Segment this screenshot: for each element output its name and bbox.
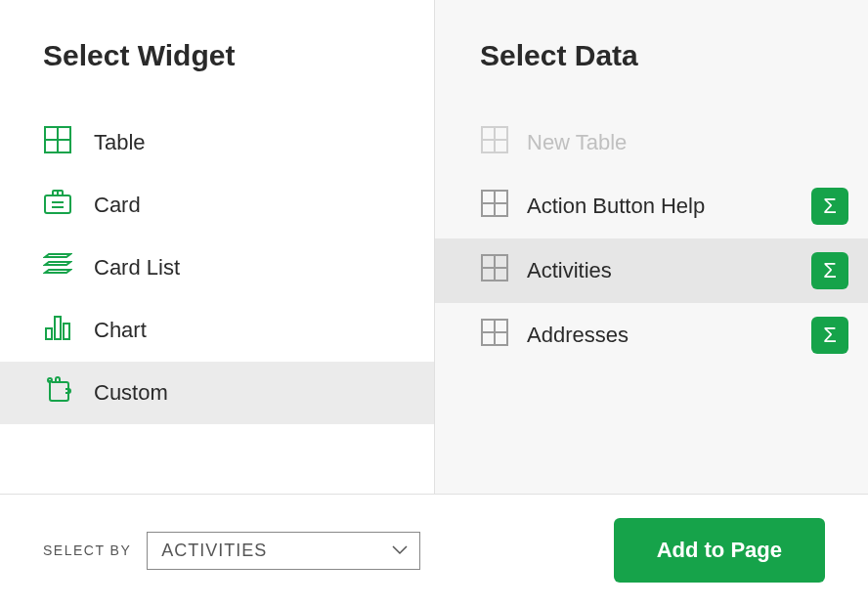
- select-widget-title: Select Widget: [0, 39, 434, 111]
- widget-item-chart[interactable]: Chart: [0, 299, 434, 362]
- data-item-addresses[interactable]: Addresses Σ: [435, 303, 868, 368]
- widget-item-label: Custom: [94, 380, 168, 406]
- svg-rect-3: [45, 195, 70, 213]
- widget-item-table[interactable]: Table: [0, 111, 434, 174]
- widget-item-label: Card List: [94, 255, 180, 281]
- data-item-action-button-help[interactable]: Action Button Help Σ: [435, 174, 868, 238]
- data-item-label: Action Button Help: [527, 194, 794, 219]
- card-list-icon: [43, 250, 72, 285]
- table-icon: [43, 125, 72, 160]
- footer: SELECT BY ACTIVITIES Add to Page: [0, 494, 868, 606]
- select-by-label: SELECT BY: [43, 542, 131, 558]
- data-item-label: Addresses: [527, 323, 794, 348]
- custom-icon: [43, 375, 72, 411]
- svg-rect-10: [64, 324, 69, 339]
- select-by-dropdown[interactable]: ACTIVITIES: [147, 532, 420, 570]
- widget-item-custom[interactable]: Custom: [0, 362, 434, 424]
- grid-icon: [480, 125, 509, 160]
- select-data-title: Select Data: [435, 39, 868, 111]
- widget-list: Table Card: [0, 111, 434, 424]
- sigma-icon[interactable]: Σ: [811, 317, 848, 354]
- sigma-icon[interactable]: Σ: [811, 188, 848, 225]
- widget-item-label: Chart: [94, 318, 147, 343]
- data-list: New Table Action Button Help Σ: [435, 111, 868, 368]
- data-item-label: New Table: [527, 130, 848, 155]
- data-item-label: Activities: [527, 258, 794, 283]
- add-to-page-button[interactable]: Add to Page: [614, 518, 825, 583]
- data-item-activities[interactable]: Activities Σ: [435, 238, 868, 303]
- select-widget-panel: Select Widget Table: [0, 0, 435, 494]
- svg-rect-9: [55, 317, 61, 339]
- widget-item-label: Card: [94, 193, 141, 218]
- widget-item-card-list[interactable]: Card List: [0, 237, 434, 299]
- grid-icon: [480, 253, 509, 288]
- svg-rect-8: [46, 328, 52, 339]
- select-by-value: ACTIVITIES: [161, 541, 267, 560]
- widget-item-label: Table: [94, 130, 146, 155]
- widget-item-card[interactable]: Card: [0, 174, 434, 237]
- select-data-panel: Select Data New Table: [435, 0, 868, 494]
- grid-icon: [480, 318, 509, 353]
- card-icon: [43, 188, 72, 223]
- chart-icon: [43, 313, 72, 348]
- grid-icon: [480, 189, 509, 224]
- data-item-new-table: New Table: [435, 111, 868, 174]
- sigma-icon[interactable]: Σ: [811, 252, 848, 289]
- chevron-down-icon: [392, 541, 408, 559]
